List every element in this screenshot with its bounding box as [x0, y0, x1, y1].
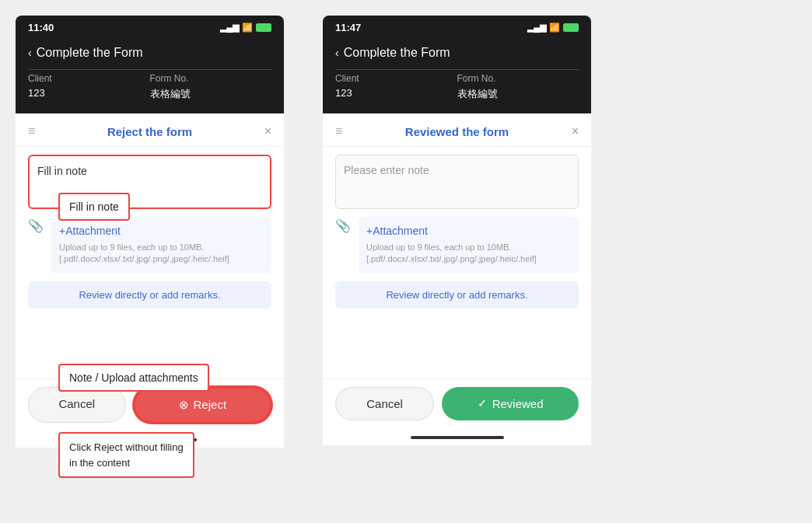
left-note-text: Fill in note [37, 165, 87, 177]
right-note-placeholder: Please enter note [344, 164, 429, 176]
left-phone-screen: 11:40 ▂▄▆ 📶 ‹ Complete the Form Client 1… [16, 16, 284, 113]
right-phone-screen: 11:47 ▂▄▆ 📶 ‹ Complete the Form Client 1… [323, 16, 591, 113]
left-dialog: ≡ Reject the form × Fill in note 📎 +Atta… [16, 113, 284, 448]
left-form-no-label: Form No. [150, 70, 272, 85]
right-reviewed-icon: ✓ [478, 396, 488, 410]
right-status-icons: ▂▄▆ 📶 [527, 23, 579, 33]
right-form-no-label: Form No. [457, 70, 579, 85]
left-attachment-section: 📎 +Attachment Upload up to 9 files, each… [28, 217, 271, 274]
left-attachment-content: +Attachment Upload up to 9 files, each u… [51, 217, 271, 274]
right-review-directly[interactable]: Review directly or add remarks. [335, 281, 579, 309]
left-form-info: Client 123 Form No. 表格編號 [28, 69, 271, 104]
left-status-bar: 11:40 ▂▄▆ 📶 [28, 22, 271, 33]
right-attachment-hint: Upload up to 9 files, each up to 10MB.[.… [366, 242, 571, 266]
right-dialog-body: Please enter note 📎 +Attachment Upload u… [323, 147, 591, 316]
right-nav-title: Complete the Form [344, 46, 450, 60]
left-drag-icon: ≡ [28, 124, 35, 138]
right-nav-bar: ‹ Complete the Form [335, 40, 579, 63]
left-reject-label: Reject [194, 398, 227, 411]
left-reject-icon: ⊗ [179, 398, 189, 412]
right-reviewed-label: Reviewed [492, 397, 544, 410]
right-dialog: ≡ Reviewed the form × Please enter note … [323, 113, 591, 445]
right-close-button[interactable]: × [572, 124, 579, 138]
left-close-button[interactable]: × [264, 124, 271, 138]
right-dialog-title: Reviewed the form [405, 125, 509, 138]
right-paperclip-icon: 📎 [335, 218, 351, 233]
left-form-no-value: 表格編號 [150, 85, 272, 104]
left-nav-bar: ‹ Complete the Form [28, 40, 271, 63]
left-client-label: Client [28, 70, 150, 85]
left-reject-button[interactable]: ⊗ Reject [134, 387, 271, 423]
left-dialog-body: Fill in note 📎 +Attachment Upload up to … [16, 147, 284, 316]
right-cancel-button[interactable]: Cancel [335, 387, 434, 420]
left-nav-title: Complete the Form [37, 46, 143, 60]
wifi-icon: 📶 [242, 23, 253, 33]
left-review-directly[interactable]: Review directly or add remarks. [28, 281, 271, 309]
right-signal-icon: ▂▄▆ [527, 23, 546, 33]
annotation-reject-text: Click Reject without fillingin the conte… [69, 441, 184, 469]
left-paperclip-icon: 📎 [28, 218, 44, 233]
right-attachment-content: +Attachment Upload up to 9 files, each u… [359, 217, 579, 274]
annotation-reject: Click Reject without fillingin the conte… [58, 432, 194, 478]
right-wifi-icon: 📶 [549, 23, 560, 33]
right-dialog-footer: Cancel ✓ Reviewed [323, 378, 591, 433]
right-form-info: Client 123 Form No. 表格編號 [335, 69, 579, 104]
right-time: 11:47 [335, 22, 361, 33]
signal-icon: ▂▄▆ [220, 23, 239, 33]
left-attachment-hint: Upload up to 9 files, each up to 10MB.[.… [59, 242, 264, 266]
left-cancel-button[interactable]: Cancel [28, 387, 126, 423]
right-attachment-button[interactable]: +Attachment [366, 225, 571, 237]
annotation-note-upload-text: Note / Upload attachments [69, 371, 198, 384]
battery-icon [256, 23, 271, 32]
right-attachment-section: 📎 +Attachment Upload up to 9 files, each… [335, 217, 579, 274]
right-note-input-box[interactable]: Please enter note [335, 155, 579, 209]
right-home-indicator [411, 436, 504, 439]
annotation-note-upload: Note / Upload attachments [58, 364, 209, 392]
annotation-fill-note: Fill in note [58, 193, 130, 221]
right-form-no-value: 表格編號 [457, 85, 579, 104]
right-battery-icon [563, 23, 579, 32]
right-phone-panel: 11:47 ▂▄▆ 📶 ‹ Complete the Form Client 1… [323, 16, 591, 445]
right-back-icon[interactable]: ‹ [335, 47, 339, 59]
left-time: 11:40 [28, 22, 54, 33]
right-client-label: Client [335, 70, 457, 85]
left-attachment-button[interactable]: +Attachment [59, 225, 264, 237]
right-client-value: 123 [335, 85, 457, 102]
right-status-bar: 11:47 ▂▄▆ 📶 [335, 22, 579, 33]
right-reviewed-button[interactable]: ✓ Reviewed [442, 387, 579, 420]
left-status-icons: ▂▄▆ 📶 [220, 23, 271, 33]
left-dialog-header: ≡ Reject the form × [16, 113, 284, 147]
left-dialog-title: Reject the form [107, 125, 192, 138]
right-dialog-header: ≡ Reviewed the form × [323, 113, 591, 147]
left-client-value: 123 [28, 85, 150, 102]
annotation-fill-text: Fill in note [69, 200, 119, 213]
left-back-icon[interactable]: ‹ [28, 47, 32, 59]
right-drag-icon: ≡ [335, 124, 342, 138]
